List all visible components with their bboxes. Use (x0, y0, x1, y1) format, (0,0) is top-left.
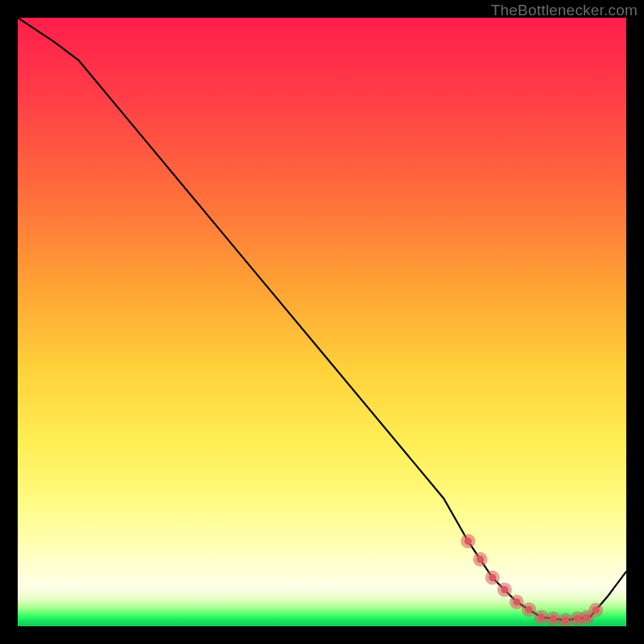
marker-group (460, 534, 603, 626)
marker-dot (592, 606, 600, 613)
chart-frame: TheBottlenecker.com (0, 0, 644, 644)
curve-path (18, 18, 626, 620)
plot-area (18, 18, 626, 626)
marker-dot (526, 606, 533, 613)
marker-dot (464, 538, 472, 545)
marker-dot (562, 617, 569, 624)
marker-dot (501, 586, 508, 593)
marker-dot (583, 614, 590, 621)
marker-dot (538, 613, 545, 621)
marker-dot (550, 615, 557, 622)
attribution-text: TheBottlenecker.com (491, 2, 638, 19)
curve-layer (18, 18, 626, 626)
marker-dot (489, 574, 496, 581)
marker-dot (513, 598, 520, 605)
marker-dot (477, 555, 484, 563)
